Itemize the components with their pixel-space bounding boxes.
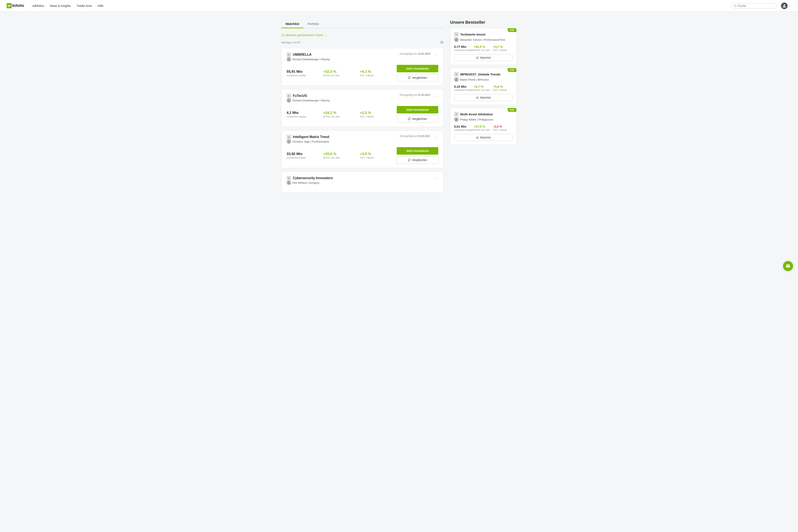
bs-perf-year-value: +42,4 %	[474, 45, 493, 49]
watchlist-card: w FuTecUS Richard Dobetsberger | Ritschy…	[281, 89, 443, 127]
card-body: 33,92 Mio Investiertes Kapital +20,8 % Ø…	[287, 147, 438, 164]
stat-invested-label: Investiertes Kapital	[287, 115, 323, 118]
stat-perf-year-label: Ø-Perf. pro Jahr	[323, 156, 360, 159]
more-options-icon[interactable]: ···	[434, 94, 438, 98]
bs-title-row: w Techwerte Invest	[454, 32, 513, 37]
card-actions: Jetzt investieren Vergleichen	[397, 147, 438, 164]
bs-stats: 0,15 Mio Investiertes Kapital +8,7 % Ø-P…	[454, 85, 513, 91]
bs-perf-year-value: +27,5 %	[474, 125, 493, 128]
more-options-icon[interactable]: ···	[434, 176, 438, 180]
stat-perf-year: +20,8 % Ø-Perf. pro Jahr	[323, 152, 360, 159]
header: w ikifolio wikifolios News & Insights Tr…	[0, 0, 798, 12]
star-icon	[476, 56, 479, 59]
bs-invested-label: Investiertes Kapital	[454, 89, 474, 91]
compare-button[interactable]: Vergleichen	[397, 156, 438, 164]
watchlist-button[interactable]: Watchlist	[454, 134, 513, 141]
watchlist-button[interactable]: Watchlist	[454, 54, 513, 61]
card-title-row: w Cybersecurity Innovators	[287, 176, 333, 180]
left-column: Watchlist Portfolio Zu deinem persönlich…	[281, 20, 443, 196]
more-options-icon[interactable]: ···	[434, 135, 438, 139]
more-options-icon[interactable]: ···	[434, 52, 438, 57]
watchlist-card: w Intelligent Matrix Trend Christian Jag…	[281, 130, 443, 168]
top-badge: TOP	[508, 68, 516, 72]
watchlist-card: w UMBRELLA Richard Dobetsberger | Ritsch…	[281, 48, 443, 86]
stat-invested-value: 33,92 Mio	[287, 152, 323, 156]
svg-point-0	[734, 4, 736, 7]
stat-invested: 33,92 Mio Investiertes Kapital	[287, 152, 323, 159]
nav-wikifolios[interactable]: wikifolios	[33, 4, 44, 7]
svg-marker-2	[476, 57, 479, 59]
stat-invested-label: Investiertes Kapital	[287, 74, 323, 77]
chevron-down-icon	[789, 4, 791, 7]
card-header: w UMBRELLA Richard Dobetsberger | Ritsch…	[287, 52, 438, 64]
stat-invested-value: 4,1 Mio	[287, 111, 323, 115]
card-title-row: w UMBRELLA	[287, 52, 330, 57]
invest-button[interactable]: Jetzt investieren	[397, 147, 438, 155]
tab-portfolio[interactable]: Portfolio	[303, 20, 323, 28]
search-input[interactable]	[738, 4, 774, 7]
currency-label: Beträge in EUR	[281, 41, 300, 44]
bestseller-card: TOP w Multi-Asset Allokation Philipp Wel…	[450, 108, 517, 145]
compare-button[interactable]: Vergleichen	[397, 74, 438, 81]
bs-stats: 0,77 Mio Investiertes Kapital +42,4 % Ø-…	[454, 45, 513, 51]
bs-avatar	[454, 37, 459, 42]
bs-stats: 5,01 Mio Investiertes Kapital +27,5 % Ø-…	[454, 125, 513, 131]
logo[interactable]: w ikifolio	[7, 3, 24, 8]
watchlist-list: w UMBRELLA Richard Dobetsberger | Ritsch…	[281, 48, 443, 193]
settings-row: Beträge in EUR ⚙	[281, 40, 443, 45]
avatar	[781, 2, 787, 9]
watchlist-button[interactable]: Watchlist	[454, 94, 513, 101]
author-avatar	[287, 139, 291, 144]
bs-author: Alexander Görzen | PerformanceTime	[454, 37, 513, 42]
nav-trader[interactable]: Trader Area	[76, 4, 92, 7]
nav-news[interactable]: News & Insights	[50, 4, 71, 7]
main-content: Watchlist Portfolio Zu deinem persönlich…	[277, 12, 521, 204]
bs-perf-year-label: Ø-Perf. pro Jahr	[474, 49, 493, 51]
bs-invested-value: 0,15 Mio	[454, 85, 474, 88]
card-date: Hinzugefügt am 14.02.2024	[400, 52, 430, 55]
gear-icon[interactable]: ⚙	[440, 40, 443, 45]
stat-perf-month-value: +2,2 %	[360, 111, 397, 115]
stat-invested: 55,91 Mio Investiertes Kapital	[287, 70, 323, 77]
compare-button[interactable]: Vergleichen	[397, 115, 438, 122]
bs-stat-perf-year: +8,7 % Ø-Perf. pro Jahr	[474, 85, 493, 91]
bs-perf-month-value: +3,7 %	[493, 45, 513, 49]
bs-avatar	[454, 117, 459, 122]
user-menu[interactable]	[781, 2, 791, 9]
bs-perf-year-value: +8,7 %	[474, 85, 493, 88]
bs-avatar	[454, 77, 459, 82]
stat-perf-month-label: Perf. 1 Monat	[360, 74, 397, 77]
author-name: Christian Jagd | Portfoliomatrix	[292, 140, 329, 143]
invest-button[interactable]: Jetzt investieren	[397, 65, 438, 72]
stat-perf-year-value: +20,8 %	[323, 152, 360, 156]
nav-hilfe[interactable]: Hilfe	[98, 4, 103, 7]
wf-logo-small: w	[287, 52, 291, 57]
top-badge: TOP	[508, 108, 516, 112]
author-name: Richard Dobetsberger | Ritschy	[292, 99, 330, 102]
card-title: UMBRELLA	[293, 53, 311, 57]
bs-author: Martin Pfordt | MPInvest	[454, 77, 513, 82]
card-author: Dirk Althaus | techguru	[287, 180, 333, 185]
tab-watchlist[interactable]: Watchlist	[281, 20, 303, 28]
bs-title-row: w MPINVEST_Globale Trends	[454, 72, 513, 76]
search-icon	[734, 4, 737, 7]
card-title-row: w Intelligent Matrix Trend	[287, 135, 329, 139]
bestseller-card: TOP w MPINVEST_Globale Trends Martin Pfo…	[450, 68, 517, 105]
bs-logo-small: w	[454, 72, 459, 76]
svg-line-1	[736, 6, 737, 7]
card-date: Hinzugefügt am 31.03.2021	[400, 94, 430, 96]
invest-button[interactable]: Jetzt investieren	[397, 106, 438, 113]
feed-link[interactable]: Zu deinem persönlichen Feed →	[281, 33, 443, 37]
bs-invested-value: 5,01 Mio	[454, 125, 474, 128]
stat-perf-month-value: +6,1 %	[360, 70, 397, 74]
bs-invested-label: Investiertes Kapital	[454, 49, 474, 51]
card-actions: Jetzt investieren Vergleichen	[397, 106, 438, 122]
bs-logo-small: w	[454, 32, 459, 37]
bs-title-row: w Multi-Asset Allokation	[454, 112, 513, 116]
stat-perf-year-value: +32,5 %	[323, 70, 360, 74]
bs-author-name: Philipp Weller | Phillippoooo	[460, 118, 493, 121]
card-stats: 4,1 Mio Investiertes Kapital +24,1 % Ø-P…	[287, 111, 397, 118]
bs-invested-label: Investiertes Kapital	[454, 129, 474, 131]
star-icon	[476, 96, 479, 99]
stat-perf-month-value: +3,9 %	[360, 152, 397, 156]
